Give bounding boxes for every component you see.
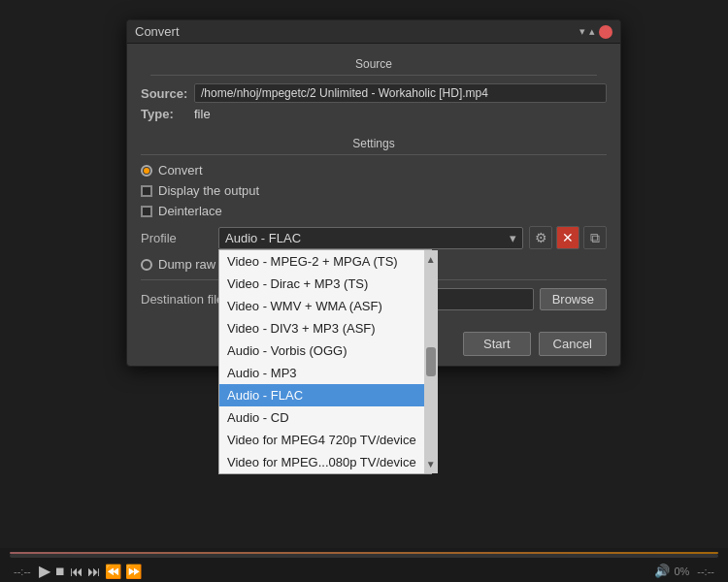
time-end: --:-- (693, 566, 718, 577)
profile-dropdown[interactable]: Video - MPEG-2 + MPGA (TS) Video - Dirac… (218, 249, 432, 474)
dropdown-item-6[interactable]: Audio - FLAC (219, 384, 424, 406)
dropdown-item-4[interactable]: Audio - Vorbis (OGG) (219, 340, 424, 362)
copy-icon: ⧉ (590, 230, 600, 246)
vlc-controls: --:-- ▶ ⏹ ⏮ ⏭ ⏪ ⏩ 🔊 0% --:-- (0, 562, 728, 580)
cancel-button[interactable]: Cancel (539, 332, 607, 356)
convert-radio-row[interactable]: Convert (141, 163, 607, 178)
profile-wrench-btn[interactable]: ⚙ (529, 226, 552, 249)
dialog-minimize-icon[interactable]: ▾ (579, 25, 585, 38)
display-output-label: Display the output (158, 183, 259, 198)
dropdown-item-9[interactable]: Video for MPEG...080p TV/device (219, 451, 424, 473)
progress-bar[interactable] (10, 554, 718, 558)
profile-select[interactable]: Audio - FLAC ▾ (218, 227, 523, 249)
dialog-maximize-icon[interactable]: ▴ (589, 25, 595, 38)
type-value: file (194, 107, 211, 121)
profile-chevron-icon: ▾ (510, 231, 516, 245)
type-row: Type: file (141, 107, 607, 121)
deinterlace-label: Deinterlace (158, 204, 222, 218)
footer-buttons: Start Cancel (463, 332, 607, 356)
settings-section: Settings Convert Display the output Dein… (127, 133, 620, 326)
dialog-titlebar: Convert ▾ ▴ (127, 20, 620, 44)
dropdown-scrollbar[interactable]: ▲ ▼ (424, 250, 438, 473)
scroll-up-icon[interactable]: ▲ (424, 252, 438, 267)
time-start: --:-- (10, 566, 35, 577)
volume-icon: 🔊 (654, 564, 670, 578)
display-output-checkbox[interactable] (141, 185, 152, 197)
convert-dialog: Convert ▾ ▴ Source Source: /home/nhoj/mp… (126, 19, 621, 367)
source-row: Source: /home/nhoj/mpegetc/2 Unlimited -… (141, 83, 607, 103)
source-section-label: Source (150, 51, 597, 76)
next-button[interactable]: ⏭ (87, 564, 101, 579)
volume-pct: 0% (674, 566, 689, 577)
dropdown-items: Video - MPEG-2 + MPGA (TS) Video - Dirac… (219, 250, 424, 473)
convert-radio[interactable] (141, 165, 152, 177)
convert-label: Convert (158, 163, 203, 178)
profile-select-value: Audio - FLAC (225, 231, 301, 245)
play-button[interactable]: ▶ (39, 562, 50, 580)
dump-raw-radio[interactable] (141, 259, 152, 271)
stop-button[interactable]: ⏹ (54, 565, 66, 578)
settings-section-label: Settings (141, 133, 607, 155)
profile-select-container[interactable]: Audio - FLAC ▾ Video - MPEG-2 + MPGA (TS… (218, 227, 523, 249)
profile-row: Profile Audio - FLAC ▾ Video - MPEG-2 + … (141, 226, 607, 249)
wrench-icon: ⚙ (535, 230, 547, 245)
dropdown-item-8[interactable]: Video for MPEG4 720p TV/device (219, 429, 424, 451)
dropdown-item-0[interactable]: Video - MPEG-2 + MPGA (TS) (219, 250, 424, 273)
dropdown-item-5[interactable]: Audio - MP3 (219, 362, 424, 384)
start-button[interactable]: Start (463, 332, 530, 356)
vlc-player-bar: --:-- ▶ ⏹ ⏮ ⏭ ⏪ ⏩ 🔊 0% --:-- (0, 548, 728, 582)
browse-button[interactable]: Browse (540, 288, 607, 310)
scrollbar-thumb[interactable] (426, 347, 436, 376)
profile-delete-btn[interactable]: ✕ (556, 226, 579, 249)
display-output-row[interactable]: Display the output (141, 183, 607, 198)
dropdown-item-1[interactable]: Video - Dirac + MP3 (TS) (219, 273, 424, 295)
type-label: Type: (141, 107, 194, 121)
profile-copy-btn[interactable]: ⧉ (583, 226, 607, 249)
scroll-down-icon[interactable]: ▼ (424, 457, 438, 471)
frame-fwd-button[interactable]: ⏩ (125, 564, 142, 579)
frame-back-button[interactable]: ⏪ (105, 564, 121, 579)
source-value: /home/nhoj/mpegetc/2 Unlimited - Workaho… (194, 83, 607, 103)
dropdown-item-7[interactable]: Audio - CD (219, 406, 424, 429)
dialog-source-section: Source Source: /home/nhoj/mpegetc/2 Unli… (127, 44, 620, 133)
dropdown-item-3[interactable]: Video - DIV3 + MP3 (ASF) (219, 317, 424, 340)
profile-label: Profile (141, 231, 218, 245)
delete-icon: ✕ (562, 230, 574, 245)
deinterlace-row[interactable]: Deinterlace (141, 204, 607, 218)
dialog-title: Convert (135, 24, 180, 39)
dialog-close-btn[interactable] (599, 25, 612, 39)
dropdown-item-2[interactable]: Video - WMV + WMA (ASF) (219, 295, 424, 317)
profile-action-icons: ⚙ ✕ ⧉ (529, 226, 607, 249)
prev-button[interactable]: ⏮ (70, 564, 83, 579)
deinterlace-checkbox[interactable] (141, 206, 152, 217)
source-label: Source: (141, 86, 194, 101)
